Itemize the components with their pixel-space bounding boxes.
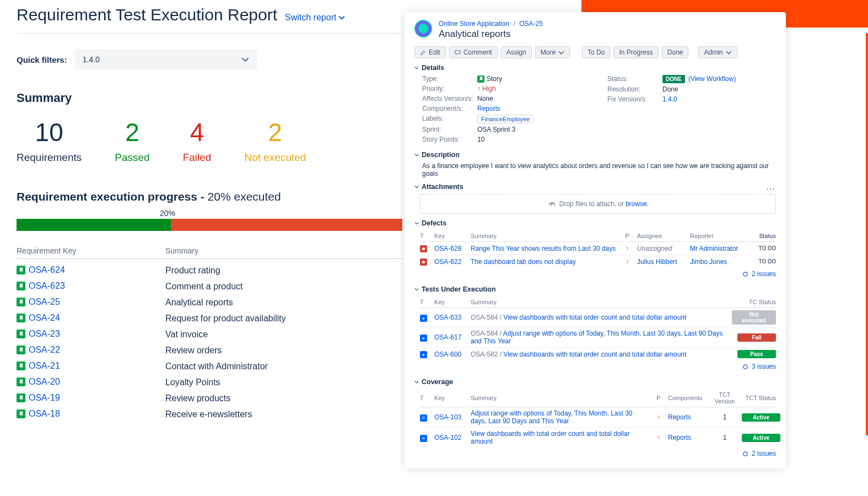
test-key-link[interactable]: OSA-633 [434, 314, 461, 321]
breadcrumb-project[interactable]: Online Store Application [439, 20, 509, 28]
tests-issues-count[interactable]: 3 issues [420, 360, 776, 373]
defects-table: T Key Summary P Assignee Reporter Status… [420, 230, 776, 280]
requirement-key-link[interactable]: OSA-21 [17, 361, 60, 371]
defect-summary-link[interactable]: Range This Year shows results from Last … [471, 245, 616, 252]
test-summary-link[interactable]: View dashboards with total order count a… [503, 351, 686, 358]
panel-header: Online Store Application / OSA-25 Analyt… [414, 20, 776, 40]
to-do-button[interactable]: To Do [582, 46, 610, 58]
labels-value[interactable]: FinanceEmployee [477, 115, 533, 123]
to-do-label: To Do [587, 48, 605, 56]
table-row: OSA-22 Review orders [17, 342, 402, 358]
test-key-link[interactable]: OSA-600 [434, 351, 461, 358]
more-button[interactable]: More [535, 46, 570, 58]
labels-label: Labels: [422, 115, 477, 123]
table-row: OSA-18 Receive e-newsletters [17, 406, 402, 422]
done-button[interactable]: Done [662, 46, 689, 58]
test-template-key: OSA-584 [471, 330, 498, 337]
defect-assignee[interactable]: Julius Hibbert [637, 258, 677, 266]
requirement-key-link[interactable]: OSA-624 [17, 265, 65, 275]
tests-table: T Key Summary TC Status OSA-633 OSA-584 … [420, 296, 776, 373]
page-title: Requirement Test Execution Report [17, 6, 277, 24]
requirement-summary: Vat invoice [165, 330, 402, 339]
defect-key-link[interactable]: OSA-628 [434, 245, 461, 252]
defects-issues-count[interactable]: 2 issues [420, 268, 776, 280]
defect-key-link[interactable]: OSA-622 [434, 258, 461, 266]
tests-table-header: T Key Summary TC Status [420, 296, 776, 308]
table-row: OSA-628 Range This Year shows results fr… [420, 242, 776, 255]
requirement-summary: Analytical reports [165, 298, 402, 308]
metric-not-executed: 2 Not executed [244, 120, 306, 164]
in-progress-button[interactable]: In Progress [613, 46, 658, 58]
attachments-header[interactable]: Attachments [414, 183, 463, 191]
table-row: OSA-600 OSA-582 / View dashboards with t… [420, 348, 776, 360]
story-points-label: Story Points: [422, 136, 477, 143]
coverage-summary-link[interactable]: View dashboards with total order count a… [471, 430, 630, 445]
requirements-table: Requirement Key Summary OSA-624 Product … [17, 246, 402, 422]
table-row: OSA-622 The dashboard tab does not displ… [420, 255, 776, 268]
assign-button[interactable]: Assign [501, 46, 532, 58]
quick-filters-row: Quick filters: 1.4.0 [17, 49, 402, 70]
requirement-key-link[interactable]: OSA-20 [17, 377, 60, 387]
requirement-key-link[interactable]: OSA-22 [17, 345, 60, 355]
metric-not-executed-value: 2 [244, 120, 306, 145]
defects-title: Defects [422, 219, 446, 227]
progress-bar [17, 219, 402, 231]
progress-bar-red [171, 219, 402, 231]
test-template-key: OSA-584 [471, 314, 498, 321]
coverage-components[interactable]: Reports [668, 434, 691, 441]
test-key-link[interactable]: OSA-617 [434, 333, 461, 341]
coverage-components[interactable]: Reports [668, 413, 691, 421]
metric-requirements: 10 Requirements [17, 120, 82, 164]
test-summary-link[interactable]: View dashboards with total order count a… [503, 314, 686, 321]
requirement-key-link[interactable]: OSA-25 [17, 297, 60, 307]
admin-button[interactable]: Admin [698, 46, 737, 58]
quick-filter-select[interactable]: 1.4.0 [75, 49, 257, 70]
table-row: OSA-19 Review products [17, 390, 402, 406]
bug-icon [420, 258, 427, 266]
edit-button[interactable]: Edit [414, 46, 446, 58]
requirement-summary: Product rating [165, 266, 402, 276]
metric-failed-label: Failed [183, 152, 212, 164]
requirement-summary: Contact with Administrator [165, 362, 402, 371]
requirement-key-link[interactable]: OSA-623 [17, 281, 65, 291]
components-value[interactable]: Reports [477, 105, 500, 112]
defects-header[interactable]: Defects [414, 219, 446, 227]
summary-heading: Summary [17, 91, 402, 105]
chevron-down-icon [414, 66, 419, 70]
breadcrumb-issue[interactable]: OSA-25 [519, 20, 543, 28]
requirement-key-link[interactable]: OSA-23 [17, 329, 60, 339]
description-header[interactable]: Description [414, 151, 460, 159]
coverage-key-link[interactable]: OSA-102 [434, 434, 461, 441]
components-label: Component/s: [422, 105, 477, 112]
fix-version-value[interactable]: 1.4.0 [662, 95, 677, 103]
orange-strip [866, 33, 868, 435]
comment-button[interactable]: Comment [449, 46, 498, 58]
coverage-issues-count[interactable]: 2 issues [420, 448, 776, 460]
requirement-key-link[interactable]: OSA-24 [17, 313, 60, 323]
metric-requirements-label: Requirements [17, 152, 82, 164]
coverage-table-header: T Key Summary P Components TCT Version T… [420, 389, 776, 407]
story-icon [17, 393, 25, 402]
attachments-title: Attachments [422, 183, 463, 191]
tests-header[interactable]: Tests Under Execution [414, 285, 496, 293]
requirements-table-header: Requirement Key Summary [17, 246, 402, 259]
coverage-summary-link[interactable]: Adjust range with options of Today, This… [471, 409, 633, 425]
details-header[interactable]: Details [414, 64, 444, 72]
tct-status-badge: Active [742, 413, 780, 422]
browse-link[interactable]: browse. [626, 200, 649, 208]
table-row: OSA-617 OSA-584 / Adjust range with opti… [420, 327, 776, 348]
requirement-key-link[interactable]: OSA-19 [17, 393, 60, 403]
view-workflow-link[interactable]: (View Workflow) [688, 75, 736, 83]
coverage-header[interactable]: Coverage [414, 378, 453, 386]
requirement-key-link[interactable]: OSA-18 [17, 409, 60, 419]
defects-table-header: T Key Summary P Assignee Reporter Status [420, 230, 776, 242]
coverage-key-link[interactable]: OSA-103 [434, 413, 461, 421]
defect-reporter[interactable]: Jimbo Jones [690, 258, 727, 266]
defect-reporter[interactable]: Mr Administrator [690, 245, 738, 252]
attachments-drop-zone[interactable]: Drop files to attach, or browse. [420, 194, 776, 214]
defect-summary-link[interactable]: The dashboard tab does not display [471, 258, 576, 266]
test-summary-link[interactable]: Adjust range with options of Today, This… [471, 330, 723, 345]
story-icon [17, 346, 25, 354]
switch-report-link[interactable]: Switch report [285, 13, 345, 23]
attachments-more-icon[interactable]: ⋯ [766, 184, 776, 194]
